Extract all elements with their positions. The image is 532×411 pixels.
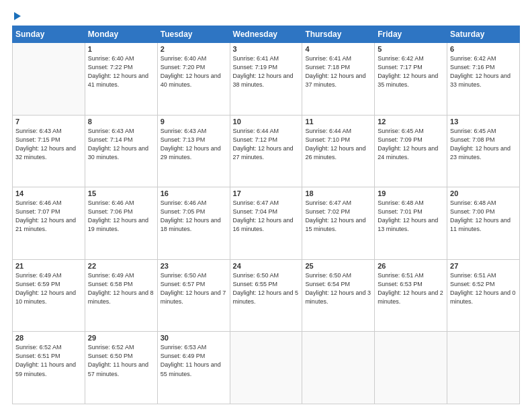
day-info: Sunrise: 6:46 AMSunset: 7:06 PMDaylight:… bbox=[88, 199, 154, 234]
day-number: 7 bbox=[15, 118, 82, 126]
calendar-cell bbox=[375, 332, 447, 404]
day-info: Sunrise: 6:50 AMSunset: 6:57 PMDaylight:… bbox=[161, 271, 227, 306]
day-number: 27 bbox=[450, 262, 517, 270]
calendar-header-wednesday: Wednesday bbox=[230, 26, 302, 43]
logo bbox=[12, 12, 21, 20]
day-number: 16 bbox=[161, 189, 227, 197]
calendar-cell: 30Sunrise: 6:53 AMSunset: 6:49 PMDayligh… bbox=[157, 332, 230, 404]
day-number: 3 bbox=[233, 45, 300, 53]
day-number: 4 bbox=[305, 45, 371, 53]
day-number: 21 bbox=[15, 262, 82, 270]
day-info: Sunrise: 6:49 AMSunset: 6:58 PMDaylight:… bbox=[88, 271, 154, 306]
calendar-cell: 6Sunrise: 6:42 AMSunset: 7:16 PMDaylight… bbox=[447, 43, 520, 116]
day-number: 24 bbox=[233, 262, 300, 270]
day-info: Sunrise: 6:47 AMSunset: 7:04 PMDaylight:… bbox=[233, 199, 300, 234]
day-info: Sunrise: 6:50 AMSunset: 6:54 PMDaylight:… bbox=[305, 271, 371, 306]
calendar-cell: 28Sunrise: 6:52 AMSunset: 6:51 PMDayligh… bbox=[13, 332, 85, 404]
day-info: Sunrise: 6:53 AMSunset: 6:49 PMDaylight:… bbox=[161, 343, 227, 378]
day-number: 22 bbox=[88, 262, 154, 270]
calendar-header-saturday: Saturday bbox=[447, 26, 520, 43]
calendar-cell: 25Sunrise: 6:50 AMSunset: 6:54 PMDayligh… bbox=[302, 259, 375, 332]
calendar-cell: 21Sunrise: 6:49 AMSunset: 6:59 PMDayligh… bbox=[13, 259, 85, 332]
day-info: Sunrise: 6:41 AMSunset: 7:19 PMDaylight:… bbox=[233, 54, 300, 89]
calendar-cell: 3Sunrise: 6:41 AMSunset: 7:19 PMDaylight… bbox=[230, 43, 302, 116]
calendar-cell: 26Sunrise: 6:51 AMSunset: 6:53 PMDayligh… bbox=[375, 259, 447, 332]
day-number: 29 bbox=[88, 334, 154, 342]
day-number: 11 bbox=[305, 118, 371, 126]
logo-line1 bbox=[12, 12, 21, 20]
calendar-cell bbox=[230, 332, 302, 404]
day-info: Sunrise: 6:42 AMSunset: 7:17 PMDaylight:… bbox=[378, 54, 444, 89]
day-number: 15 bbox=[88, 189, 154, 197]
day-number: 25 bbox=[305, 262, 371, 270]
calendar-header-tuesday: Tuesday bbox=[157, 26, 230, 43]
page: SundayMondayTuesdayWednesdayThursdayFrid… bbox=[0, 0, 532, 411]
calendar-cell: 20Sunrise: 6:48 AMSunset: 7:00 PMDayligh… bbox=[447, 187, 520, 260]
day-number: 14 bbox=[15, 189, 82, 197]
calendar-cell: 17Sunrise: 6:47 AMSunset: 7:04 PMDayligh… bbox=[230, 187, 302, 260]
calendar-header-monday: Monday bbox=[85, 26, 157, 43]
day-info: Sunrise: 6:40 AMSunset: 7:22 PMDaylight:… bbox=[88, 54, 154, 89]
day-info: Sunrise: 6:40 AMSunset: 7:20 PMDaylight:… bbox=[161, 54, 227, 89]
day-info: Sunrise: 6:50 AMSunset: 6:55 PMDaylight:… bbox=[233, 271, 300, 306]
calendar-cell: 13Sunrise: 6:45 AMSunset: 7:08 PMDayligh… bbox=[447, 115, 520, 187]
calendar-week-4: 28Sunrise: 6:52 AMSunset: 6:51 PMDayligh… bbox=[13, 332, 520, 404]
day-info: Sunrise: 6:44 AMSunset: 7:10 PMDaylight:… bbox=[305, 127, 371, 162]
day-info: Sunrise: 6:48 AMSunset: 7:00 PMDaylight:… bbox=[450, 199, 517, 234]
calendar-cell: 15Sunrise: 6:46 AMSunset: 7:06 PMDayligh… bbox=[85, 187, 157, 260]
day-number: 9 bbox=[161, 118, 227, 126]
header bbox=[12, 12, 520, 20]
calendar-week-1: 7Sunrise: 6:43 AMSunset: 7:15 PMDaylight… bbox=[13, 115, 520, 187]
day-info: Sunrise: 6:49 AMSunset: 6:59 PMDaylight:… bbox=[15, 271, 82, 306]
day-number: 17 bbox=[233, 189, 300, 197]
calendar-cell: 27Sunrise: 6:51 AMSunset: 6:52 PMDayligh… bbox=[447, 259, 520, 332]
day-info: Sunrise: 6:46 AMSunset: 7:05 PMDaylight:… bbox=[161, 199, 227, 234]
calendar-cell: 19Sunrise: 6:48 AMSunset: 7:01 PMDayligh… bbox=[375, 187, 447, 260]
calendar-header-row: SundayMondayTuesdayWednesdayThursdayFrid… bbox=[13, 26, 520, 43]
day-number: 6 bbox=[450, 45, 517, 53]
calendar-cell bbox=[447, 332, 520, 404]
calendar-cell: 9Sunrise: 6:43 AMSunset: 7:13 PMDaylight… bbox=[157, 115, 230, 187]
calendar-week-0: 1Sunrise: 6:40 AMSunset: 7:22 PMDaylight… bbox=[13, 43, 520, 116]
calendar-cell: 22Sunrise: 6:49 AMSunset: 6:58 PMDayligh… bbox=[85, 259, 157, 332]
day-info: Sunrise: 6:45 AMSunset: 7:09 PMDaylight:… bbox=[378, 127, 444, 162]
day-number: 1 bbox=[88, 45, 154, 53]
day-number: 30 bbox=[161, 334, 227, 342]
calendar-cell: 11Sunrise: 6:44 AMSunset: 7:10 PMDayligh… bbox=[302, 115, 375, 187]
calendar-header-friday: Friday bbox=[375, 26, 447, 43]
logo-triangle-icon bbox=[14, 12, 21, 20]
calendar-cell: 7Sunrise: 6:43 AMSunset: 7:15 PMDaylight… bbox=[13, 115, 85, 187]
day-info: Sunrise: 6:43 AMSunset: 7:14 PMDaylight:… bbox=[88, 127, 154, 162]
calendar-cell bbox=[302, 332, 375, 404]
calendar-cell: 4Sunrise: 6:41 AMSunset: 7:18 PMDaylight… bbox=[302, 43, 375, 116]
calendar: SundayMondayTuesdayWednesdayThursdayFrid… bbox=[12, 26, 520, 404]
calendar-header-thursday: Thursday bbox=[302, 26, 375, 43]
day-info: Sunrise: 6:52 AMSunset: 6:50 PMDaylight:… bbox=[88, 343, 154, 378]
calendar-cell bbox=[13, 43, 85, 116]
calendar-cell: 8Sunrise: 6:43 AMSunset: 7:14 PMDaylight… bbox=[85, 115, 157, 187]
calendar-cell: 16Sunrise: 6:46 AMSunset: 7:05 PMDayligh… bbox=[157, 187, 230, 260]
day-info: Sunrise: 6:44 AMSunset: 7:12 PMDaylight:… bbox=[233, 127, 300, 162]
calendar-cell: 29Sunrise: 6:52 AMSunset: 6:50 PMDayligh… bbox=[85, 332, 157, 404]
calendar-header-sunday: Sunday bbox=[13, 26, 85, 43]
day-info: Sunrise: 6:51 AMSunset: 6:53 PMDaylight:… bbox=[378, 271, 444, 306]
day-info: Sunrise: 6:43 AMSunset: 7:15 PMDaylight:… bbox=[15, 127, 82, 162]
day-number: 10 bbox=[233, 118, 300, 126]
day-info: Sunrise: 6:42 AMSunset: 7:16 PMDaylight:… bbox=[450, 54, 517, 89]
day-number: 20 bbox=[450, 189, 517, 197]
calendar-cell: 5Sunrise: 6:42 AMSunset: 7:17 PMDaylight… bbox=[375, 43, 447, 116]
day-number: 28 bbox=[15, 334, 82, 342]
calendar-cell: 23Sunrise: 6:50 AMSunset: 6:57 PMDayligh… bbox=[157, 259, 230, 332]
day-info: Sunrise: 6:48 AMSunset: 7:01 PMDaylight:… bbox=[378, 199, 444, 234]
day-number: 23 bbox=[161, 262, 227, 270]
day-info: Sunrise: 6:45 AMSunset: 7:08 PMDaylight:… bbox=[450, 127, 517, 162]
day-info: Sunrise: 6:43 AMSunset: 7:13 PMDaylight:… bbox=[161, 127, 227, 162]
calendar-cell: 10Sunrise: 6:44 AMSunset: 7:12 PMDayligh… bbox=[230, 115, 302, 187]
calendar-cell: 12Sunrise: 6:45 AMSunset: 7:09 PMDayligh… bbox=[375, 115, 447, 187]
day-number: 26 bbox=[378, 262, 444, 270]
calendar-cell: 14Sunrise: 6:46 AMSunset: 7:07 PMDayligh… bbox=[13, 187, 85, 260]
day-number: 12 bbox=[378, 118, 444, 126]
day-info: Sunrise: 6:47 AMSunset: 7:02 PMDaylight:… bbox=[305, 199, 371, 234]
day-number: 2 bbox=[161, 45, 227, 53]
day-number: 19 bbox=[378, 189, 444, 197]
